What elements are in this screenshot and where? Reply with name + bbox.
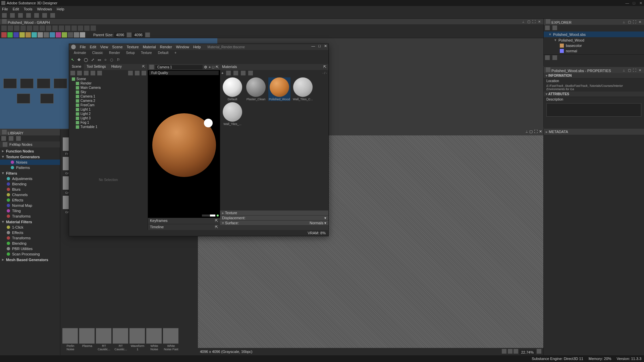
folder-icon[interactable]: [241, 71, 246, 75]
graph-node[interactable]: [54, 78, 67, 88]
mt-menu-scene[interactable]: Scene: [112, 45, 122, 49]
folder-icon[interactable]: [128, 71, 133, 75]
view-icon[interactable]: [508, 349, 513, 354]
material-item[interactable]: Default: [221, 77, 244, 101]
panel-max-icon[interactable]: ⛶: [633, 68, 637, 72]
tab-add[interactable]: +: [172, 51, 179, 55]
library-item[interactable]: Adjustments: [0, 176, 60, 181]
tool-icon[interactable]: [91, 25, 96, 31]
graph-node[interactable]: [40, 94, 54, 104]
atomic-node-icon[interactable]: [13, 32, 19, 38]
history-tab[interactable]: History: [109, 64, 124, 70]
library-item[interactable]: Texture Generators: [0, 154, 60, 160]
menu-file[interactable]: File: [2, 7, 8, 11]
panel-min-icon[interactable]: ▢: [627, 68, 631, 72]
surface-label[interactable]: Surface:: [222, 221, 239, 225]
tab-default[interactable]: Default: [155, 51, 171, 55]
atomic-node-icon[interactable]: [74, 32, 79, 38]
trash-icon[interactable]: [248, 71, 253, 75]
scale-tool-icon[interactable]: ⤢: [91, 58, 94, 62]
graph-node[interactable]: [3, 78, 17, 88]
view-icon[interactable]: [502, 349, 506, 354]
scene-tree-item[interactable]: Render: [69, 81, 148, 85]
library-item[interactable]: Normal Map: [0, 203, 60, 208]
noise-thumb[interactable]: Waveform 1: [129, 328, 146, 354]
library-item[interactable]: Material Filters: [0, 219, 60, 225]
tab-animate[interactable]: Animate: [71, 51, 89, 55]
panel-close-icon[interactable]: ✕: [638, 68, 642, 72]
scene-tree-item[interactable]: Light 3: [69, 116, 148, 120]
box-icon[interactable]: □: [212, 65, 214, 69]
scene-tree-item[interactable]: Scene: [69, 77, 148, 81]
add-icon[interactable]: +: [209, 65, 211, 69]
refresh-mat-icon[interactable]: [226, 71, 231, 75]
material-item[interactable]: Wall_Tiles_...: [221, 102, 244, 126]
rotate-tool-icon[interactable]: ◯: [84, 58, 88, 62]
menu-windows[interactable]: Windows: [37, 7, 52, 11]
atomic-node-icon[interactable]: [38, 32, 43, 38]
scene-tree-item[interactable]: Main Camera: [69, 85, 148, 90]
tab-classic[interactable]: Classic: [90, 51, 106, 55]
pin-icon[interactable]: ⟂: [622, 20, 626, 24]
refresh2-icon[interactable]: [145, 33, 150, 37]
explorer-item[interactable]: normal: [544, 48, 644, 54]
lib-edit-icon[interactable]: [16, 136, 21, 141]
tool-icon[interactable]: [33, 25, 39, 31]
minimize-icon[interactable]: —: [624, 0, 631, 6]
library-item[interactable]: Scan Processing: [0, 251, 60, 257]
tool-icon[interactable]: [14, 25, 19, 31]
redo-icon[interactable]: [50, 13, 55, 18]
mt-menu-render[interactable]: Render: [160, 45, 172, 49]
camera-icon[interactable]: [149, 65, 154, 69]
tab-render[interactable]: Render: [106, 51, 123, 55]
library-item[interactable]: Patterns: [0, 165, 60, 170]
library-item[interactable]: Effects: [0, 230, 60, 235]
library-item[interactable]: Tiling: [0, 208, 60, 214]
popout-icon[interactable]: ⇱: [140, 64, 148, 70]
mt-menu-view[interactable]: View: [100, 45, 108, 49]
new-icon[interactable]: [2, 13, 7, 18]
graph-node[interactable]: [17, 94, 30, 104]
atomic-node-icon[interactable]: [62, 32, 67, 38]
add-mat-icon[interactable]: +: [221, 71, 223, 75]
library-item[interactable]: Mesh Based Generators: [0, 257, 60, 262]
save-icon[interactable]: [34, 13, 39, 18]
atomic-node-icon[interactable]: [50, 32, 55, 38]
tool-icon[interactable]: [78, 25, 83, 31]
grid-icon[interactable]: [233, 71, 238, 75]
noise-thumb[interactable]: RT Caustic...: [96, 328, 112, 354]
atomic-node-icon[interactable]: [44, 32, 49, 38]
panel-min-icon[interactable]: ▢: [529, 129, 533, 135]
tool-icon[interactable]: [52, 25, 58, 31]
noise-thumb[interactable]: White Noise Fast: [163, 328, 179, 354]
surface-value[interactable]: Normals ▾: [310, 221, 326, 225]
explorer-item[interactable]: basecolor: [544, 43, 644, 48]
exp-tree-icon[interactable]: [545, 55, 550, 60]
library-item[interactable]: 1-Click: [0, 225, 60, 230]
chevron-down-icon[interactable]: ▾: [324, 216, 326, 220]
noise-thumb[interactable]: Plasma: [79, 328, 95, 354]
mt-minimize-icon[interactable]: —: [311, 44, 315, 48]
tool-icon[interactable]: [8, 25, 13, 31]
keyframes-label[interactable]: Keyframes: [150, 219, 168, 223]
panel-max-icon[interactable]: ⛶: [532, 20, 536, 24]
tool-icon[interactable]: [46, 25, 51, 31]
material-item[interactable]: Plaster_Clean: [245, 77, 267, 101]
lock-icon[interactable]: [537, 349, 541, 354]
panel-max-icon[interactable]: ⛶: [534, 129, 538, 135]
tool-icon[interactable]: [1, 25, 7, 31]
undo-icon[interactable]: [42, 13, 47, 18]
explorer-item[interactable]: Polished_Wood.sbs: [544, 32, 644, 37]
pin-icon[interactable]: ⟂: [526, 129, 528, 135]
camera-select[interactable]: Camera 1: [155, 65, 203, 69]
size2-select[interactable]: 4096: [132, 33, 144, 37]
gear-icon[interactable]: ⚙: [204, 65, 207, 69]
texture-section[interactable]: Texture: [222, 211, 237, 215]
scene-tree-item[interactable]: Light 1: [69, 107, 148, 112]
scene-tree-item[interactable]: Light 2: [69, 112, 148, 116]
scene-tab[interactable]: Scene: [69, 64, 84, 70]
material-item[interactable]: Wall_Tiles_C...: [292, 77, 314, 101]
mt-close-icon[interactable]: ✕: [324, 44, 327, 48]
scene-tool-icon[interactable]: [77, 71, 82, 75]
sun-gizmo[interactable]: [205, 119, 212, 127]
